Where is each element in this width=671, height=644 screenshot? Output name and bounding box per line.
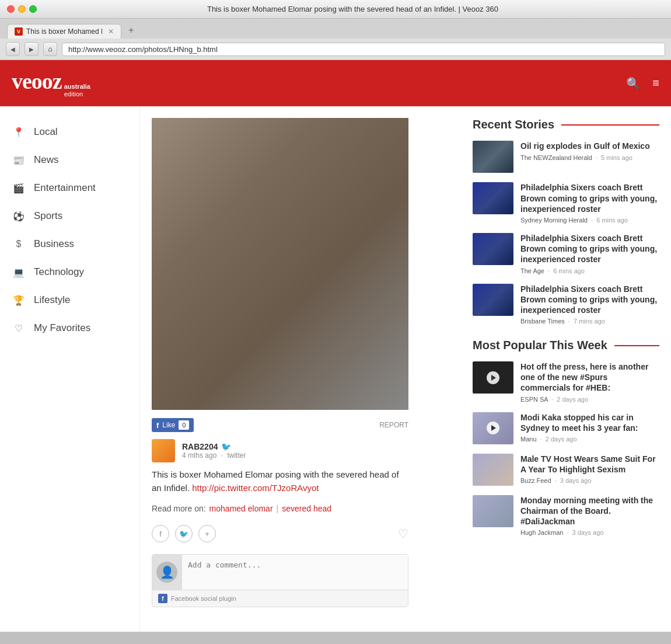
new-tab-button[interactable]: +: [124, 22, 138, 39]
story-item-monday[interactable]: Monday morning meeting with the Chairman…: [473, 495, 659, 537]
browser-nav: ◀ ▶ ⌂: [0, 39, 671, 60]
sidebar-label-local: Local: [34, 126, 58, 138]
story-time: 3 days ago: [572, 529, 604, 536]
author-avatar: [152, 439, 175, 462]
facebook-share-button[interactable]: f: [152, 525, 169, 542]
story-thumb-sixers2: [473, 233, 513, 265]
like-label: Like: [162, 421, 175, 429]
logo-edition-label: edition: [64, 90, 90, 98]
comment-input-field[interactable]: [181, 555, 408, 590]
article-image-placeholder: [152, 118, 408, 410]
right-sidebar: Recent Stories Oil rig explodes in Gulf …: [461, 106, 671, 632]
story-thumb-modi: [473, 412, 513, 444]
entertainment-icon: 🎬: [12, 181, 26, 195]
read-more-link-2[interactable]: severed head: [282, 504, 331, 513]
story-item-sixers3[interactable]: Philadelphia Sixers coach Brett Brown co…: [473, 284, 659, 325]
story-time: 2 days ago: [546, 436, 577, 443]
site-logo[interactable]: veooz australia edition: [12, 68, 90, 98]
sidebar-item-my-favorites[interactable]: ♡ My Favorites: [0, 314, 139, 342]
traffic-lights: [7, 5, 37, 13]
sidebar-item-news[interactable]: 📰 News: [0, 146, 139, 174]
twitter-share-button[interactable]: 🐦: [175, 525, 193, 542]
story-thumb-host: [473, 454, 513, 486]
author-meta-dot: ·: [221, 451, 225, 459]
story-meta: The NEWZealand Herald · 5 mins ago: [520, 154, 659, 161]
favorite-button[interactable]: ♡: [398, 527, 408, 541]
fb-plugin-label: Facebook social plugin: [171, 595, 236, 602]
active-tab[interactable]: V This is boxer Mohamed Elo... ✕: [7, 24, 121, 39]
read-more-link-1[interactable]: mohamed elomar: [209, 504, 273, 513]
story-title: Oil rig explodes in Gulf of Mexico: [520, 141, 659, 151]
social-icons: f 🐦 +: [152, 525, 216, 542]
recent-stories-heading: Recent Stories: [473, 118, 659, 131]
news-icon: 📰: [12, 153, 26, 167]
sidebar-item-entertainment[interactable]: 🎬 Entertainment: [0, 174, 139, 202]
play-circle: [487, 422, 499, 434]
sidebar-item-technology[interactable]: 💻 Technology: [0, 258, 139, 286]
read-more-label: Read more on:: [152, 504, 206, 513]
story-thumb-sixers3: [473, 284, 513, 316]
favorites-icon: ♡: [12, 321, 26, 335]
play-triangle: [491, 425, 496, 431]
report-link[interactable]: REPORT: [379, 421, 408, 429]
fb-icon: f: [156, 421, 159, 430]
author-source: twitter: [227, 451, 246, 459]
tab-close-button[interactable]: ✕: [108, 27, 114, 36]
business-icon: $: [12, 237, 26, 251]
back-button[interactable]: ◀: [6, 42, 20, 56]
most-popular-section: Most Popular This Week Hot off the press…: [473, 339, 659, 536]
story-time: 2 days ago: [557, 396, 588, 403]
sidebar-item-business[interactable]: $ Business: [0, 230, 139, 258]
story-item-spurs[interactable]: Hot off the press, here is another one o…: [473, 361, 659, 403]
logo-text: veooz: [12, 68, 62, 94]
story-thumb-monday: [473, 495, 513, 527]
tab-label: This is boxer Mohamed Elo...: [26, 27, 102, 36]
story-item-oil[interactable]: Oil rig explodes in Gulf of Mexico The N…: [473, 141, 659, 173]
article-body: This is boxer Mohamed Elomar posing with…: [152, 468, 408, 495]
story-info: Oil rig explodes in Gulf of Mexico The N…: [520, 141, 659, 173]
story-meta: Hugh Jackman · 3 days ago: [520, 529, 659, 536]
menu-icon[interactable]: ≡: [652, 76, 659, 90]
maximize-window-button[interactable]: [29, 5, 37, 13]
address-bar[interactable]: [62, 43, 665, 56]
play-overlay: [473, 412, 513, 444]
sidebar-label-my-favorites: My Favorites: [34, 322, 90, 334]
story-item-sixers1[interactable]: Philadelphia Sixers coach Brett Brown co…: [473, 182, 659, 224]
author-meta: 4 mths ago · twitter: [182, 451, 248, 459]
comment-user-avatar: 👤: [152, 555, 181, 590]
sidebar-label-sports: Sports: [34, 210, 62, 222]
facebook-plugin-bar: f Facebook social plugin: [152, 590, 408, 607]
sidebar-item-sports[interactable]: ⚽ Sports: [0, 202, 139, 230]
story-source: Manu: [520, 436, 537, 443]
sidebar-item-lifestyle[interactable]: 🏆 Lifestyle: [0, 286, 139, 314]
article-image: [152, 118, 408, 410]
story-source: Sydney Morning Herald: [520, 217, 588, 224]
more-share-button[interactable]: +: [198, 525, 216, 542]
read-more-separator: |: [277, 504, 279, 513]
close-window-button[interactable]: [7, 5, 15, 13]
story-item-sixers2[interactable]: Philadelphia Sixers coach Brett Brown co…: [473, 233, 659, 274]
story-info: Monday morning meeting with the Chairman…: [520, 495, 659, 537]
minimize-window-button[interactable]: [18, 5, 26, 13]
story-title: Male TV Host Wears Same Suit For A Year …: [520, 454, 659, 475]
forward-button[interactable]: ▶: [25, 42, 39, 56]
story-title: Philadelphia Sixers coach Brett Brown co…: [520, 182, 659, 214]
story-item-modi[interactable]: Modi Kaka stopped his car in Sydney to m…: [473, 412, 659, 444]
play-overlay: [473, 361, 513, 394]
comments-section: 👤 f Facebook social plugin: [152, 554, 408, 607]
search-icon[interactable]: 🔍: [626, 76, 641, 90]
facebook-like-button[interactable]: f Like 0: [152, 418, 194, 432]
author-name: RAB2204 🐦: [182, 442, 248, 451]
story-title: Modi Kaka stopped his car in Sydney to m…: [520, 412, 659, 433]
article-body-link[interactable]: http://pic.twitter.com/TJzoRAvyot: [192, 483, 319, 493]
site-header: veooz australia edition 🔍 ≡: [0, 60, 671, 106]
story-info: Philadelphia Sixers coach Brett Brown co…: [520, 182, 659, 224]
author-time: 4 mths ago: [182, 451, 216, 459]
story-meta: Sydney Morning Herald · 6 mins ago: [520, 217, 659, 224]
story-item-host[interactable]: Male TV Host Wears Same Suit For A Year …: [473, 454, 659, 486]
browser-window: This is boxer Mohamed Elomar posing with…: [0, 0, 671, 60]
sidebar-item-local[interactable]: 📍 Local: [0, 118, 139, 146]
home-button[interactable]: ⌂: [43, 42, 57, 56]
browser-titlebar: This is boxer Mohamed Elomar posing with…: [0, 0, 671, 19]
sidebar-label-entertainment: Entertainment: [34, 182, 96, 194]
